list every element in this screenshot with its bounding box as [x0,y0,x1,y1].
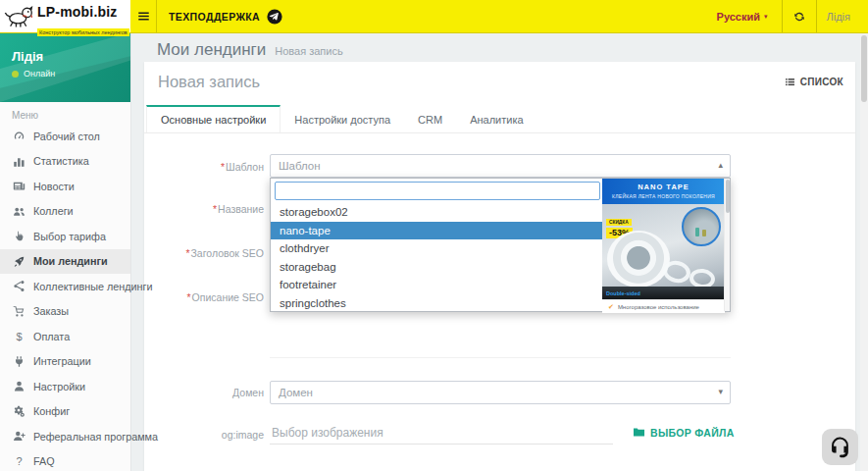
bar-chart-icon [12,155,26,168]
sidebar-item-label: Рабочий стол [33,131,100,142]
template-option-5[interactable]: springclothes [271,294,602,313]
menu-section-label: Меню [12,110,38,121]
sidebar-item-label: Статистика [33,155,89,167]
sidebar-item-9[interactable]: Интеграции [0,349,130,375]
newspaper-icon [12,180,26,192]
tab-1[interactable]: Настройки доступа [281,105,404,132]
template-field-label: *Шаблон [144,160,264,174]
sidebar-item-label: FAQ [33,455,55,467]
list-button[interactable]: СПИСОК [785,77,843,87]
preview-feature-row: ✔ Многоразовое использование [602,299,725,313]
new-record-card: Новая запись СПИСОК Основные настройкиНа… [144,62,855,471]
online-status-label: Онлайн [24,69,55,78]
template-option-4[interactable]: footretainer [271,276,602,294]
dollar-icon: $ [12,330,26,342]
sidebar-item-10[interactable]: Настройки [0,374,130,399]
list-icon [785,77,795,87]
sidebar-item-label: Мои лендинги [33,255,108,267]
section-divider [270,357,731,358]
refresh-button[interactable] [783,0,816,32]
main-content: Мои лендинги Новая запись Новая запись С… [130,32,868,471]
hamburger-icon [137,10,150,23]
og-image-field-label: og:image [144,428,264,442]
caret-up-icon: ▴ [718,160,723,170]
sidebar-item-13[interactable]: ?FAQ [0,449,130,471]
dropdown-scrollbar [724,179,730,311]
dropdown-scrollbar-thumb[interactable] [726,180,730,213]
profile-name: Лідія [12,49,43,64]
tab-bar: Основные настройкиНастройки доступаCRMАн… [144,105,855,133]
og-image-input[interactable] [270,421,613,445]
tab-0[interactable]: Основные настройки [146,105,281,132]
language-selector[interactable]: Русский ▾ [703,0,782,32]
plug-icon [12,355,26,368]
sidebar-item-label: Оплата [33,331,70,342]
sidebar-item-label: Настройки [33,381,85,392]
menu-toggle-button[interactable] [130,0,157,32]
tab-2[interactable]: CRM [404,105,456,132]
share-icon [12,280,26,292]
sidebar-item-label: Реферальная программа [33,431,158,443]
sidebar-item-4[interactable]: Выбор тарифа [0,224,130,249]
gears-icon [12,405,26,418]
sidebar-item-label: Конфиг [33,405,70,417]
sidebar-item-11[interactable]: Конфиг [0,399,130,425]
users-icon [12,205,26,218]
template-search-input[interactable] [275,182,600,200]
sidebar-menu: Рабочий столСтатистикаНовостиКоллегиВыбо… [0,124,130,471]
chat-support-button[interactable] [822,429,858,465]
user-icon [12,380,26,392]
card-title: Новая запись [158,73,260,91]
sidebar-item-1[interactable]: Статистика [0,149,130,175]
logo-subtitle: Конструктор мобильных лендингов [37,28,129,36]
cart-icon [12,305,26,318]
name-field-label: *Название [144,202,264,216]
page-scrollbar-thumb[interactable] [861,35,867,102]
refresh-icon [793,11,805,23]
template-option-1[interactable]: nano-tape [271,222,602,240]
template-option-0[interactable]: storagebox02 [271,203,602,222]
sidebar-item-label: Коллеги [33,205,74,217]
user-plus-icon [12,430,26,443]
tech-support-button[interactable]: ТЕХПОДДЕРЖКА [157,0,294,32]
choose-file-button[interactable]: ВЫБОР ФАЙЛА [633,426,735,439]
preview-inset-photo [682,207,721,246]
telegram-icon [267,9,282,25]
sidebar-item-label: Выбор тарифа [33,231,106,242]
question-icon: ? [12,455,26,468]
chevron-down-icon: ▾ [764,13,768,21]
template-option-2[interactable]: clothdryer [271,239,602,258]
check-icon: ✔ [608,303,614,310]
page-title: Мои лендинги [157,40,266,60]
sidebar-item-12[interactable]: Реферальная программа [0,424,130,449]
rocket-icon [12,255,26,268]
template-dropdown-panel: storagebox02nano-tapeclothdryerstorageba… [270,178,731,312]
username-link[interactable]: Лідія [817,0,860,32]
template-option-3[interactable]: storagebag [271,258,602,277]
page-header: Мои лендинги Новая запись [157,40,343,60]
logo-title: LP-mobi.biz [37,4,118,20]
domain-select[interactable]: Домен ▾ [270,381,731,404]
folder-icon [633,426,645,439]
seo-description-field-label: *Описание SEO [144,290,264,304]
gauge-icon [12,130,26,142]
template-select[interactable]: Шаблон ▴ [270,154,731,178]
sidebar-item-8[interactable]: $Оплата [0,324,130,349]
page-scrollbar [860,32,868,471]
preview-header: NANO TAPE КЛЕЙКАЯ ЛЕНТА НОВОГО ПОКОЛЕНИЯ [602,179,725,204]
logo[interactable]: LP-mobi.biz Конструктор мобильных лендин… [0,0,130,32]
sidebar-item-label: Новости [33,181,75,192]
caret-down-icon: ▾ [718,387,723,396]
hand-pointer-icon [12,230,26,242]
sidebar-item-0[interactable]: Рабочий стол [0,124,130,149]
headset-icon [828,435,852,459]
sidebar-item-6[interactable]: Коллективные лендинги [0,274,130,299]
sidebar-item-2[interactable]: Новости [0,174,130,199]
tab-3[interactable]: Аналитика [456,105,536,132]
preview-caption: Double-sided [606,290,640,296]
sidebar-item-7[interactable]: Заказы [0,299,130,325]
sidebar-item-5[interactable]: Мои лендинги [0,249,130,275]
tape-roll-image [607,231,670,288]
template-preview-thumbnail: NANO TAPE КЛЕЙКАЯ ЛЕНТА НОВОГО ПОКОЛЕНИЯ… [602,179,725,313]
sidebar-item-3[interactable]: Коллеги [0,199,130,225]
